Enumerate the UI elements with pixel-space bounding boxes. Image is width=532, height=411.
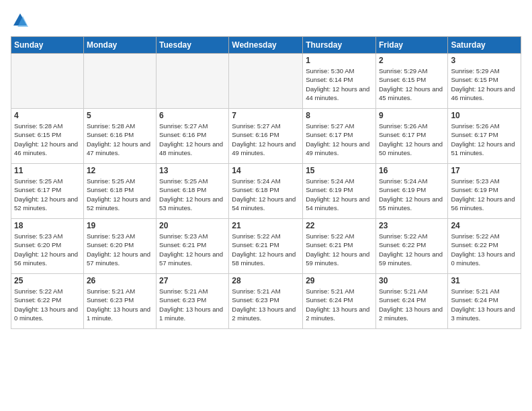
weekday-header: Saturday: [448, 37, 521, 54]
calendar-cell: 18Sunrise: 5:23 AMSunset: 6:20 PMDayligh…: [11, 219, 84, 274]
sunrise: Sunrise: 5:21 AM: [451, 287, 499, 295]
sunrise: Sunrise: 5:22 AM: [14, 287, 62, 295]
sunset: Sunset: 6:14 PM: [306, 76, 353, 83]
calendar-cell: 22Sunrise: 5:22 AMSunset: 6:21 PMDayligh…: [303, 219, 376, 274]
daylight: Daylight: 12 hours and 49 minutes.: [232, 140, 296, 156]
day-number: 17: [451, 166, 518, 175]
calendar-cell: 10Sunrise: 5:26 AMSunset: 6:17 PMDayligh…: [448, 109, 521, 164]
sunset: Sunset: 6:18 PM: [159, 186, 206, 193]
day-number: 7: [232, 111, 300, 120]
calendar-cell: 29Sunrise: 5:21 AMSunset: 6:24 PMDayligh…: [303, 274, 376, 329]
daylight: Daylight: 12 hours and 53 minutes.: [159, 195, 223, 212]
day-number: 24: [451, 221, 518, 230]
day-info: Sunrise: 5:27 AMSunset: 6:17 PMDaylight:…: [306, 122, 373, 157]
day-number: 27: [159, 276, 226, 285]
sunset: Sunset: 6:22 PM: [379, 241, 426, 248]
day-info: Sunrise: 5:23 AMSunset: 6:20 PMDaylight:…: [87, 232, 153, 267]
sunrise: Sunrise: 5:23 AM: [14, 232, 62, 240]
week-row-1: 1Sunrise: 5:30 AMSunset: 6:14 PMDaylight…: [11, 54, 521, 109]
daylight: Daylight: 12 hours and 54 minutes.: [306, 195, 369, 212]
sunrise: Sunrise: 5:25 AM: [14, 177, 62, 185]
calendar-cell: 1Sunrise: 5:30 AMSunset: 6:14 PMDaylight…: [303, 54, 376, 109]
sunset: Sunset: 6:16 PM: [159, 131, 206, 138]
sunrise: Sunrise: 5:27 AM: [232, 122, 280, 130]
sunset: Sunset: 6:19 PM: [306, 186, 353, 193]
sunset: Sunset: 6:21 PM: [159, 241, 206, 248]
day-info: Sunrise: 5:22 AMSunset: 6:21 PMDaylight:…: [232, 232, 300, 267]
sunset: Sunset: 6:18 PM: [87, 186, 134, 193]
page-header: [11, 11, 521, 30]
sunset: Sunset: 6:23 PM: [87, 296, 134, 304]
day-number: 5: [87, 111, 153, 120]
calendar-cell: 27Sunrise: 5:21 AMSunset: 6:23 PMDayligh…: [157, 274, 229, 329]
sunrise: Sunrise: 5:28 AM: [87, 122, 135, 130]
day-info: Sunrise: 5:29 AMSunset: 6:15 PMDaylight:…: [451, 66, 518, 102]
calendar-cell: 28Sunrise: 5:21 AMSunset: 6:23 PMDayligh…: [229, 274, 303, 329]
sunrise: Sunrise: 5:21 AM: [232, 287, 280, 295]
weekday-header: Friday: [375, 37, 447, 54]
sunset: Sunset: 6:17 PM: [14, 186, 61, 193]
calendar-table: SundayMondayTuesdayWednesdayThursdayFrid…: [11, 36, 521, 329]
weekday-header: Tuesday: [157, 37, 229, 54]
daylight: Daylight: 12 hours and 57 minutes.: [159, 250, 223, 267]
weekday-header: Wednesday: [229, 37, 303, 54]
calendar-cell: 4Sunrise: 5:28 AMSunset: 6:15 PMDaylight…: [11, 109, 84, 164]
sunrise: Sunrise: 5:30 AM: [306, 67, 354, 75]
weekday-header-row: SundayMondayTuesdayWednesdayThursdayFrid…: [11, 37, 521, 54]
week-row-5: 25Sunrise: 5:22 AMSunset: 6:22 PMDayligh…: [11, 274, 521, 329]
calendar-cell: 8Sunrise: 5:27 AMSunset: 6:17 PMDaylight…: [303, 109, 376, 164]
calendar-cell: 26Sunrise: 5:21 AMSunset: 6:23 PMDayligh…: [83, 274, 156, 329]
sunrise: Sunrise: 5:27 AM: [306, 122, 354, 130]
sunset: Sunset: 6:15 PM: [379, 76, 426, 83]
day-info: Sunrise: 5:27 AMSunset: 6:16 PMDaylight:…: [232, 122, 300, 157]
day-info: Sunrise: 5:24 AMSunset: 6:19 PMDaylight:…: [306, 177, 373, 212]
day-info: Sunrise: 5:27 AMSunset: 6:16 PMDaylight:…: [159, 122, 226, 157]
daylight: Daylight: 12 hours and 45 minutes.: [379, 85, 443, 101]
day-info: Sunrise: 5:21 AMSunset: 6:23 PMDaylight:…: [87, 287, 153, 322]
sunrise: Sunrise: 5:29 AM: [451, 67, 499, 75]
day-number: 16: [379, 166, 445, 175]
calendar-cell: 25Sunrise: 5:22 AMSunset: 6:22 PMDayligh…: [11, 274, 84, 329]
day-number: 11: [14, 166, 81, 175]
sunrise: Sunrise: 5:24 AM: [232, 177, 280, 185]
day-number: 28: [232, 276, 300, 285]
day-info: Sunrise: 5:28 AMSunset: 6:15 PMDaylight:…: [14, 122, 81, 157]
weekday-header: Sunday: [11, 37, 84, 54]
calendar-cell: 3Sunrise: 5:29 AMSunset: 6:15 PMDaylight…: [448, 54, 521, 109]
day-info: Sunrise: 5:21 AMSunset: 6:24 PMDaylight:…: [379, 287, 445, 322]
daylight: Daylight: 12 hours and 46 minutes.: [451, 85, 515, 101]
calendar-cell: 30Sunrise: 5:21 AMSunset: 6:24 PMDayligh…: [375, 274, 447, 329]
day-info: Sunrise: 5:29 AMSunset: 6:15 PMDaylight:…: [379, 66, 445, 102]
sunrise: Sunrise: 5:22 AM: [451, 232, 499, 240]
sunset: Sunset: 6:15 PM: [451, 76, 498, 83]
calendar-cell: 7Sunrise: 5:27 AMSunset: 6:16 PMDaylight…: [229, 109, 303, 164]
sunrise: Sunrise: 5:27 AM: [159, 122, 208, 130]
week-row-2: 4Sunrise: 5:28 AMSunset: 6:15 PMDaylight…: [11, 109, 521, 164]
day-info: Sunrise: 5:23 AMSunset: 6:21 PMDaylight:…: [159, 232, 226, 267]
sunrise: Sunrise: 5:21 AM: [87, 287, 135, 295]
day-info: Sunrise: 5:26 AMSunset: 6:17 PMDaylight:…: [379, 122, 445, 157]
day-info: Sunrise: 5:22 AMSunset: 6:21 PMDaylight:…: [306, 232, 373, 267]
calendar-cell: 21Sunrise: 5:22 AMSunset: 6:21 PMDayligh…: [229, 219, 303, 274]
sunrise: Sunrise: 5:22 AM: [232, 232, 280, 240]
sunset: Sunset: 6:22 PM: [451, 241, 498, 248]
daylight: Daylight: 13 hours and 0 minutes.: [14, 306, 78, 322]
calendar-cell: 13Sunrise: 5:25 AMSunset: 6:18 PMDayligh…: [157, 164, 229, 219]
day-info: Sunrise: 5:21 AMSunset: 6:23 PMDaylight:…: [159, 287, 226, 322]
daylight: Daylight: 12 hours and 51 minutes.: [451, 140, 515, 156]
daylight: Daylight: 13 hours and 2 minutes.: [306, 306, 369, 322]
day-info: Sunrise: 5:23 AMSunset: 6:20 PMDaylight:…: [14, 232, 81, 267]
calendar-cell: [157, 54, 229, 109]
sunset: Sunset: 6:21 PM: [306, 241, 353, 248]
calendar-cell: 6Sunrise: 5:27 AMSunset: 6:16 PMDaylight…: [157, 109, 229, 164]
day-number: 29: [306, 276, 373, 285]
day-info: Sunrise: 5:26 AMSunset: 6:17 PMDaylight:…: [451, 122, 518, 157]
day-number: 23: [379, 221, 445, 230]
daylight: Daylight: 13 hours and 1 minute.: [159, 306, 223, 322]
calendar-cell: 12Sunrise: 5:25 AMSunset: 6:18 PMDayligh…: [83, 164, 156, 219]
calendar-cell: 14Sunrise: 5:24 AMSunset: 6:18 PMDayligh…: [229, 164, 303, 219]
sunrise: Sunrise: 5:22 AM: [306, 232, 354, 240]
day-info: Sunrise: 5:23 AMSunset: 6:19 PMDaylight:…: [451, 177, 518, 212]
sunset: Sunset: 6:24 PM: [306, 296, 353, 304]
day-number: 21: [232, 221, 300, 230]
